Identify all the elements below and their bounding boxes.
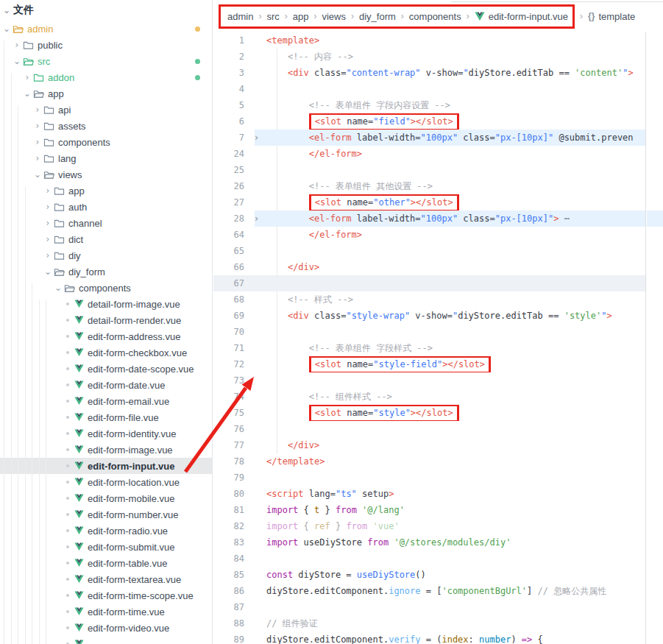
fold-chevron-icon[interactable]: › <box>255 210 266 227</box>
explorer-header[interactable]: ⌄ 文件 <box>0 0 212 21</box>
tree-folder-auth[interactable]: › auth <box>0 199 212 215</box>
line-number: 84 <box>213 551 255 567</box>
tree-folder-components[interactable]: › components <box>0 134 212 150</box>
tree-item-label: edit-form-identity.vue <box>88 428 176 439</box>
gutter-space <box>255 178 266 194</box>
code-line-73: 73 <box>213 372 645 389</box>
code-line-85: 85const diyStore = useDiyStore() <box>213 567 645 583</box>
gutter-space <box>255 631 266 644</box>
code-line-28: 28› <el-form label-width="100px" class="… <box>213 210 645 227</box>
line-number: 87 <box>213 599 255 615</box>
breadcrumb-item-template[interactable]: {} template <box>588 11 635 22</box>
gutter-space <box>255 518 266 534</box>
file-state-dot <box>66 464 69 467</box>
breadcrumb-item-edit-form-input.vue[interactable]: edit-form-input.vue <box>475 11 568 22</box>
tree-folder-src[interactable]: ⌄ src <box>0 53 212 69</box>
tree-folder-dict[interactable]: › dict <box>0 231 212 247</box>
vue-file-icon <box>74 591 84 600</box>
breadcrumb-item-views[interactable]: views <box>322 11 346 22</box>
file-state-dot <box>66 562 69 565</box>
tree-item-label: edit-form-checkbox.vue <box>88 347 187 358</box>
file-state-dot <box>66 319 69 322</box>
tree-folder-channel[interactable]: › channel <box>0 215 212 231</box>
tree-folder-app[interactable]: ⌄ app <box>0 85 212 102</box>
breadcrumb-separator: › <box>346 11 359 21</box>
tree-folder-lang[interactable]: › lang <box>0 150 212 166</box>
line-number: 72 <box>213 356 255 372</box>
tree-folder-views[interactable]: ⌄ views <box>0 166 212 183</box>
tree-item-label: lang <box>58 153 77 164</box>
code-line-4: 4 <box>213 81 645 97</box>
gutter-space <box>255 615 266 631</box>
chevron-right-icon: › <box>44 234 52 244</box>
vue-file-icon <box>74 510 84 519</box>
line-number: 27 <box>213 194 255 210</box>
slot-annotation-box: <slot name="style-field"></slot> <box>309 356 491 372</box>
editor-panel: admin›src›app›views›diy_form›components›… <box>213 0 663 644</box>
tree-item-label: diy <box>68 250 81 261</box>
tree-folder-app[interactable]: › app <box>0 183 212 199</box>
code-area[interactable]: 1<template>2 <!-- 内容 -->3 <div class="co… <box>213 32 645 644</box>
code-line-69: 69 <div class="style-wrap" v-show="diySt… <box>213 308 645 324</box>
line-number: 89 <box>213 631 255 644</box>
folder-icon <box>43 121 54 131</box>
indent-guide <box>25 186 26 644</box>
breadcrumb-separator: › <box>280 11 293 21</box>
gutter-space <box>255 81 266 97</box>
tree-item-label: edit-form-date.vue <box>88 380 166 391</box>
code-line-2: 2 <!-- 内容 --> <box>213 49 645 65</box>
slot-annotation-box: <slot name="other"></slot> <box>309 194 459 210</box>
gutter-space <box>255 372 266 389</box>
chevron-right-icon: › <box>44 202 52 212</box>
file-state-dot <box>66 497 69 500</box>
vue-file-icon <box>74 316 84 325</box>
tree-item-label: edit-form-address.vue <box>88 331 180 342</box>
gutter-space <box>255 389 266 405</box>
ide-window: ⌄ 文件 ⌄ admin› public⌄ src› addon⌄ app› a… <box>0 0 663 644</box>
tree-item-label: edit-form-mobile.vue <box>88 493 175 504</box>
file-state-dot <box>66 335 69 338</box>
line-number: 66 <box>213 259 255 275</box>
fold-chevron-icon[interactable]: › <box>255 130 266 146</box>
tree-folder-diy[interactable]: › diy <box>0 247 212 263</box>
tree-folder-public[interactable]: › public <box>0 37 212 53</box>
vue-file-icon <box>74 445 84 454</box>
chevron-down-icon: ⌄ <box>34 169 41 180</box>
line-number: 65 <box>213 243 255 259</box>
chevron-right-icon: › <box>44 250 52 261</box>
line-number: 5 <box>213 97 255 113</box>
scrollbar-fold-mark <box>647 210 663 227</box>
tree-item-label: addon <box>48 72 74 83</box>
tree-folder-api[interactable]: › api <box>0 102 212 118</box>
editor-scrollbar[interactable] <box>645 32 663 644</box>
code-line-77: 77 </div> <box>213 437 645 453</box>
tree-folder-diy_form[interactable]: ⌄ diy_form <box>0 263 212 280</box>
chevron-right-icon: › <box>13 40 21 50</box>
vue-file-icon <box>74 397 84 406</box>
indent-guide <box>39 300 40 644</box>
gutter-space <box>255 65 266 81</box>
tree-folder-admin[interactable]: ⌄ admin <box>0 21 212 37</box>
folder-icon <box>33 73 44 82</box>
tree-item-label: components <box>58 137 110 148</box>
breadcrumb-item-app[interactable]: app <box>293 11 309 22</box>
breadcrumb-item-components[interactable]: components <box>409 11 461 22</box>
tree-folder-assets[interactable]: › assets <box>0 118 212 134</box>
tree-folder-addon[interactable]: › addon <box>0 69 212 85</box>
tree-item-label: edit-form-file.vue <box>88 412 159 423</box>
file-state-dot <box>66 594 69 597</box>
gutter-space <box>255 486 266 502</box>
line-number: 80 <box>213 486 255 502</box>
breadcrumb-separator: › <box>575 11 588 21</box>
breadcrumb-item-diy_form[interactable]: diy_form <box>359 11 396 22</box>
tree-item-label: edit-form-submit.vue <box>88 542 174 553</box>
chevron-down-icon: ⌄ <box>3 24 10 34</box>
folder-open-icon <box>23 57 34 66</box>
gutter-space <box>255 146 266 162</box>
line-number: 1 <box>213 32 255 49</box>
line-number: 88 <box>213 615 255 631</box>
vue-file-icon <box>74 348 84 357</box>
breadcrumb-item-src[interactable]: src <box>266 11 279 22</box>
code-line-84: 84 <box>213 551 645 567</box>
breadcrumb-item-admin[interactable]: admin <box>227 11 253 22</box>
